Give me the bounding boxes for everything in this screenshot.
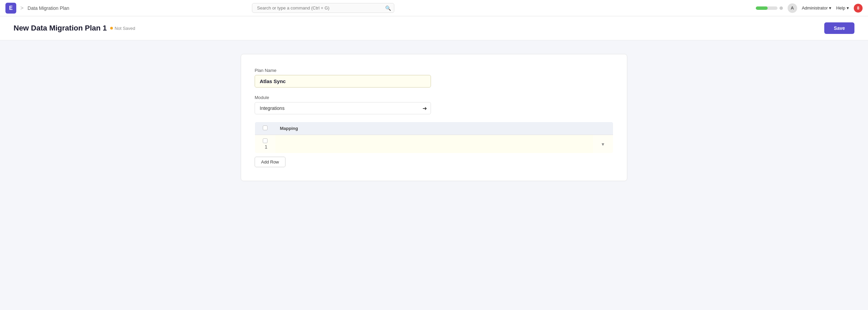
row-checkbox-cell: 1 — [255, 135, 275, 153]
help-menu[interactable]: Help ▾ — [836, 5, 849, 11]
not-saved-dot — [110, 27, 113, 30]
breadcrumb-text: Data Migration Plan — [27, 5, 69, 11]
help-dropdown-icon: ▾ — [847, 5, 849, 11]
progress-dot — [780, 6, 783, 10]
plan-name-field-group: Plan Name — [255, 68, 613, 88]
header-action — [593, 122, 613, 135]
add-row-button[interactable]: Add Row — [255, 157, 285, 167]
avatar: A — [788, 3, 797, 13]
module-field-group: Module ➜ — [255, 95, 613, 114]
not-saved-text: Not Saved — [115, 26, 135, 31]
page-header: New Data Migration Plan 1 Not Saved Save — [0, 16, 868, 40]
header-checkbox[interactable] — [263, 125, 268, 130]
row-mapping-cell[interactable] — [275, 135, 593, 153]
search-bar: 🔍 — [252, 3, 394, 13]
plan-name-label: Plan Name — [255, 68, 613, 73]
mapping-table: Mapping 1 — [255, 122, 613, 153]
header-checkbox-cell — [255, 122, 275, 135]
nav-right: A Administrator ▾ Help ▾ 8 — [756, 3, 863, 13]
mapping-table-body: 1 — [255, 135, 613, 153]
plan-name-input[interactable] — [255, 75, 431, 88]
search-input[interactable] — [252, 3, 394, 13]
module-input[interactable] — [255, 102, 431, 114]
row-number: 1 — [265, 144, 268, 150]
table-header-row: Mapping — [255, 122, 613, 135]
header-mapping: Mapping — [275, 122, 593, 135]
progress-bar-fill — [756, 6, 768, 10]
admin-dropdown-icon: ▾ — [829, 5, 831, 11]
progress-bar — [756, 6, 783, 10]
table-row: 1 — [255, 135, 613, 153]
form-card: Plan Name Module ➜ Mapping — [241, 54, 627, 181]
admin-menu[interactable]: Administrator ▾ — [802, 5, 832, 11]
search-icon: 🔍 — [385, 5, 391, 11]
row-dropdown-cell[interactable] — [593, 135, 613, 153]
breadcrumb-separator: > — [20, 5, 23, 11]
module-input-wrap: ➜ — [255, 102, 431, 114]
not-saved-badge: Not Saved — [110, 26, 135, 31]
save-button[interactable]: Save — [824, 22, 854, 34]
page-title-wrap: New Data Migration Plan 1 Not Saved — [14, 24, 135, 33]
mapping-table-head: Mapping — [255, 122, 613, 135]
notification-badge[interactable]: 8 — [854, 4, 863, 13]
top-nav: E > Data Migration Plan 🔍 A Administrato… — [0, 0, 868, 16]
module-label: Module — [255, 95, 613, 100]
main-content: Plan Name Module ➜ Mapping — [0, 40, 868, 195]
app-icon: E — [5, 3, 16, 14]
row-checkbox[interactable] — [263, 138, 268, 143]
help-label-text: Help — [836, 5, 845, 11]
row-dropdown-icon[interactable] — [601, 142, 605, 147]
page-title: New Data Migration Plan 1 — [14, 24, 107, 33]
admin-label-text: Administrator — [802, 5, 828, 11]
progress-bar-bg — [756, 6, 777, 10]
